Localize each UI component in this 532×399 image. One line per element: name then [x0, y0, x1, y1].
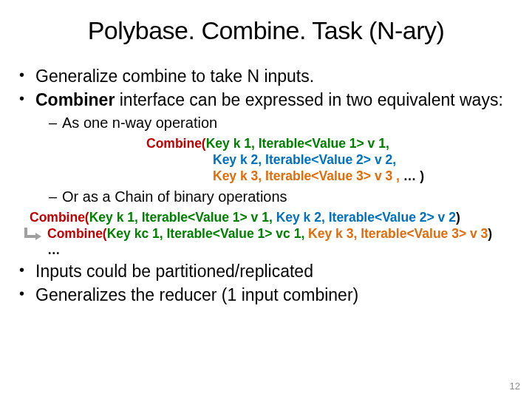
slide: Polybase. Combine. Task (N-ary) Generali… — [0, 0, 532, 399]
bullet-generalizes-reducer: Generalizes the reducer (1 input combine… — [19, 284, 519, 306]
combiner-word: Combiner — [35, 90, 115, 109]
sub-list: As one n-way operation — [49, 114, 519, 132]
bullet-partitioned: Inputs could be partitioned/replicated — [19, 261, 519, 282]
sub-list-2: Or as a Chain of binary operations — [49, 188, 519, 206]
bullet-generalize: Generalize combine to take N inputs. — [19, 66, 519, 87]
chain-line-2-row: Combine(Key kc 1, Iterable<Value 1> vc 1… — [24, 225, 519, 242]
slide-title: Polybase. Combine. Task (N-ary) — [13, 16, 519, 45]
bullet-list: Generalize combine to take N inputs. Com… — [19, 66, 519, 305]
nway-line-2: Key k 2, Iterable<Value 2> v 2, — [35, 151, 519, 168]
page-number: 12 — [510, 381, 520, 392]
bent-arrow-icon — [24, 226, 43, 242]
chain-ellipsis: … — [47, 242, 519, 259]
nway-line-3: Key k 3, Iterable<Value 3> v 3 , … ) — [35, 168, 519, 184]
nway-line-1: Combine(Key k 1, Iterable<Value 1> v 1, — [35, 135, 519, 151]
chain-code: Combine(Key k 1, Iterable<Value 1> v 1, … — [30, 209, 519, 259]
bullet-combiner-interface: Combiner interface can be expressed in t… — [19, 89, 519, 259]
combiner-rest: interface can be expressed in two equiva… — [115, 90, 502, 109]
chain-line-2: Combine(Key kc 1, Iterable<Value 1> vc 1… — [47, 225, 492, 242]
sub-nway: As one n-way operation — [49, 114, 519, 132]
chain-line-1: Combine(Key k 1, Iterable<Value 1> v 1, … — [30, 209, 519, 225]
nway-code: Combine(Key k 1, Iterable<Value 1> v 1, … — [35, 135, 519, 185]
sub-chain: Or as a Chain of binary operations — [49, 188, 519, 206]
